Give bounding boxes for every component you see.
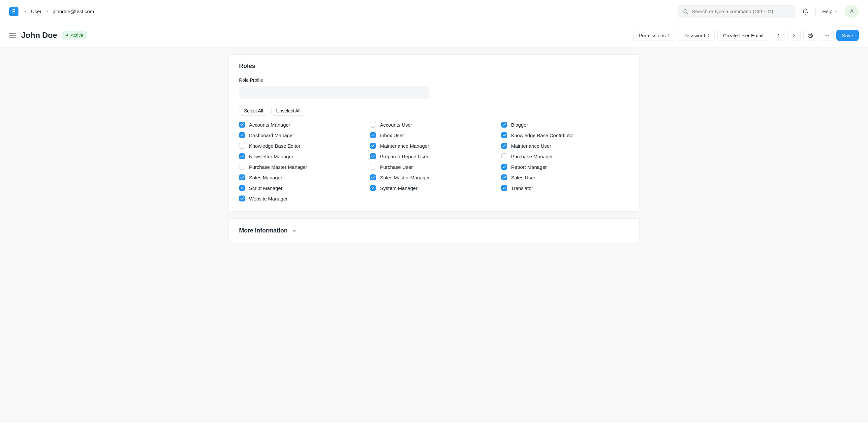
role-checkbox[interactable] (501, 132, 507, 138)
create-email-label: Create User Email (723, 33, 764, 38)
role-item: Blogger (501, 122, 629, 128)
workspace: Roles Role Profile Select All Unselect A… (0, 48, 868, 423)
role-profile-label: Role Profile (239, 78, 629, 83)
logo-letter: F (12, 8, 16, 14)
role-item: Sales Manager (239, 175, 367, 180)
role-item: Dashboard Manager (239, 132, 367, 138)
role-checkbox[interactable] (239, 153, 245, 159)
permissions-button[interactable]: Permissions ▴▾ (633, 30, 675, 41)
chevron-right-icon (45, 10, 49, 13)
status-text: Active (70, 33, 83, 38)
role-checkbox[interactable] (370, 175, 376, 180)
top-navbar: F User johndoe@test.com Help A (0, 0, 868, 23)
role-item: Accounts User (370, 122, 498, 128)
print-button[interactable] (803, 30, 817, 41)
breadcrumb-user[interactable]: User (31, 8, 41, 14)
role-label: Translator (511, 185, 533, 191)
role-checkbox[interactable] (370, 122, 376, 128)
page-header: John Doe Active Permissions ▴▾ Password … (0, 23, 868, 48)
role-item: Purchase User (370, 164, 498, 170)
role-checkbox[interactable] (239, 122, 245, 128)
role-label: Dashboard Manager (249, 132, 294, 138)
select-all-button[interactable]: Select All (239, 106, 268, 116)
role-checkbox[interactable] (501, 164, 507, 170)
sidebar-toggle-icon[interactable] (9, 33, 16, 38)
role-label: Accounts User (380, 122, 412, 128)
help-menu[interactable]: Help (822, 8, 838, 14)
save-label: Save (842, 33, 853, 38)
role-checkbox[interactable] (239, 185, 245, 191)
role-item: Maintenance User (501, 143, 629, 149)
role-checkbox[interactable] (370, 153, 376, 159)
more-info-title: More Information (239, 227, 287, 234)
chevron-right-icon (792, 33, 797, 38)
role-label: Purchase Manager (511, 154, 553, 159)
role-label: Sales Master Manager (380, 175, 430, 180)
role-label: Script Manager (249, 185, 283, 191)
chevron-right-icon (24, 10, 27, 13)
search-box[interactable] (677, 5, 796, 18)
role-item: Sales User (501, 175, 629, 180)
more-info-toggle[interactable]: More Information (228, 219, 640, 243)
role-label: Maintenance User (511, 143, 551, 149)
role-checkbox[interactable] (370, 185, 376, 191)
roles-card: Roles Role Profile Select All Unselect A… (228, 54, 640, 212)
save-button[interactable]: Save (836, 30, 859, 41)
role-checkbox[interactable] (501, 143, 507, 149)
ellipsis-icon (824, 33, 829, 38)
role-checkbox[interactable] (370, 164, 376, 170)
role-checkbox[interactable] (501, 122, 507, 128)
role-checkbox[interactable] (501, 153, 507, 159)
role-item: Knowledge Base Contributor (501, 132, 629, 138)
svg-point-5 (828, 35, 829, 36)
role-checkbox[interactable] (370, 132, 376, 138)
role-item: Purchase Master Manager (239, 164, 367, 170)
header-actions: Permissions ▴▾ Password ▴▾ Create User E… (633, 30, 859, 41)
role-label: Report Manager (511, 164, 547, 170)
role-item: Maintenance Manager (370, 143, 498, 149)
role-checkbox[interactable] (239, 143, 245, 149)
avatar-letter: A (850, 8, 854, 14)
role-item: Knowledge Base Editor (239, 143, 367, 149)
role-checkbox[interactable] (370, 143, 376, 149)
role-item: System Manager (370, 185, 498, 191)
prev-button[interactable] (772, 30, 785, 41)
more-info-card: More Information (228, 218, 640, 243)
select-arrows-icon: ▴▾ (708, 33, 709, 37)
role-label: Knowledge Base Editor (249, 143, 301, 149)
role-checkbox[interactable] (239, 195, 245, 202)
next-button[interactable] (787, 30, 801, 41)
unselect-all-button[interactable]: Unselect All (271, 106, 305, 116)
role-checkbox[interactable] (501, 185, 507, 191)
role-item: Website Manager (239, 195, 367, 202)
more-button[interactable] (820, 30, 834, 41)
role-label: Website Manager (249, 196, 287, 202)
role-profile-input[interactable] (239, 86, 429, 99)
role-checkbox[interactable] (501, 175, 507, 180)
role-checkbox[interactable] (239, 132, 245, 138)
role-item: Report Manager (501, 164, 629, 170)
permissions-label: Permissions (639, 33, 666, 38)
select-arrows-icon: ▴▾ (668, 33, 670, 37)
navbar-right: Help A (677, 5, 859, 19)
role-item: Translator (501, 185, 629, 191)
role-item: Prepared Report User (370, 153, 498, 159)
divider (815, 8, 815, 16)
svg-rect-2 (809, 36, 812, 37)
role-item: Script Manager (239, 185, 367, 191)
role-checkbox[interactable] (239, 175, 245, 180)
search-input[interactable] (692, 8, 790, 14)
role-label: Blogger (511, 122, 528, 128)
app-logo[interactable]: F (9, 7, 19, 16)
svg-point-3 (825, 35, 826, 36)
create-user-email-button[interactable]: Create User Email (717, 30, 769, 41)
roles-section-title: Roles (239, 63, 629, 69)
page-title: John Doe (21, 31, 57, 40)
role-checkbox[interactable] (239, 164, 245, 170)
bell-icon[interactable] (802, 8, 809, 15)
role-label: Prepared Report User (380, 154, 428, 159)
role-label: Accounts Manager (249, 122, 290, 128)
avatar[interactable]: A (845, 5, 859, 19)
role-label: Inbox User (380, 132, 404, 138)
password-button[interactable]: Password ▴▾ (678, 30, 715, 41)
